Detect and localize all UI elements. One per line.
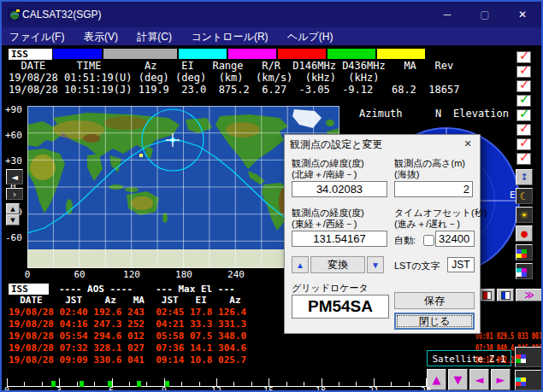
screen-a-button[interactable]: [515, 347, 542, 367]
menu-calc[interactable]: 計算(C): [129, 27, 180, 47]
grid-locator-label: グリッドロケータ: [292, 282, 369, 295]
three-hour-ticks: [7, 378, 427, 386]
tick-label-0: 0: [0, 386, 15, 392]
tick-label-3: 3: [50, 386, 68, 392]
pass-table-columns: DATE JST Az MA JST EI Az: [9, 295, 241, 306]
convert-down-button[interactable]: ▼: [367, 256, 384, 273]
convert-button[interactable]: 変換: [310, 256, 365, 273]
screen-b-icon: [516, 377, 541, 386]
tick-label-15: 15: [260, 386, 277, 392]
check-icon: ✓: [519, 149, 530, 165]
toggle-check-6[interactable]: ✓: [516, 124, 531, 136]
satellite-next-button[interactable]: ►: [491, 369, 511, 390]
lon-label-120: 120: [122, 269, 141, 280]
tick-label-9: 9: [156, 386, 173, 392]
height-field[interactable]: [394, 181, 473, 197]
menu-view[interactable]: 表示(V): [76, 27, 126, 47]
longitude-field[interactable]: [292, 231, 387, 247]
maximize-button[interactable]: ▢: [466, 2, 504, 27]
check-icon: ✓: [519, 62, 530, 78]
satellite-selector-box: Satellite Z-1: [427, 350, 511, 366]
legend-seg-gray: [103, 49, 177, 59]
dialog-title: 観測点の設定と変更: [290, 137, 383, 152]
swap-button[interactable]: ↕: [516, 169, 533, 185]
tick-label-24: 24: [417, 386, 434, 392]
pass-row-3: 19/08/28 05:54 294.6 012 05:58 07.5 348.…: [9, 331, 246, 342]
longitude-sublabel: (東経＋/西経－): [292, 218, 357, 231]
palette-button[interactable]: [516, 244, 533, 260]
lon-label-60: 60: [73, 269, 86, 280]
menu-control[interactable]: コントロール(R): [183, 27, 275, 47]
latitude-field[interactable]: [292, 181, 387, 197]
calsat-window: CALSAT32(SGP) ─ ▢ ✕ ファイル(F) 表示(V) 計算(C) …: [0, 0, 543, 392]
screen-b-button[interactable]: [515, 370, 542, 390]
tool-icon-2: [501, 291, 511, 300]
check-icon: ✓: [519, 91, 530, 107]
toggle-check-3[interactable]: ✓: [516, 80, 531, 92]
tick-label-18: 18: [312, 386, 329, 392]
satellite-prev-button[interactable]: ◄: [469, 369, 489, 390]
los-tail-1: 06:01 029.5 033 007: [475, 331, 542, 342]
screen-a-icon: [516, 354, 541, 363]
close-button[interactable]: ✕: [504, 2, 541, 27]
top-table-utc-row: 19/08/28 01:51:19(U) (deg) (deg) (km) (k…: [9, 72, 379, 84]
pass-table-satellite-box: ISS: [9, 284, 49, 295]
menu-file[interactable]: ファイル(F): [2, 27, 72, 47]
tick-label-6: 6: [103, 386, 120, 392]
toggle-check-4[interactable]: ✓: [516, 95, 531, 107]
pass-row-1: 19/08/28 02:40 192.6 243 02:45 17.8 126.…: [9, 307, 246, 318]
record-button[interactable]: ●: [516, 225, 533, 242]
grid-locator-field[interactable]: [292, 295, 389, 319]
time-offset-field[interactable]: [435, 231, 475, 247]
toggle-check-1[interactable]: ✓: [516, 51, 531, 63]
tick-label-21: 21: [365, 386, 382, 392]
day-mode-button[interactable]: ☀: [516, 207, 533, 223]
lat-label-p30: +30: [5, 155, 22, 167]
save-button[interactable]: 保存: [394, 292, 475, 309]
check-icon: ✓: [519, 135, 530, 150]
minimize-button[interactable]: ─: [428, 2, 466, 27]
legend-seg-blue: [53, 49, 102, 59]
tiles-button[interactable]: [516, 263, 533, 279]
spin-up-button[interactable]: ▲: [6, 203, 20, 214]
night-mode-button[interactable]: ☾: [516, 188, 533, 204]
toggle-check-5[interactable]: ✓: [516, 109, 531, 121]
lon-label-0: 0: [21, 269, 34, 280]
toggle-check-8[interactable]: ✓: [516, 153, 531, 165]
top-table-header: DATE TIME Az EI Range R/R D146MHz D436MH…: [9, 60, 453, 72]
dialog-close-button[interactable]: ✕: [456, 135, 480, 152]
tick-label-12: 12: [208, 386, 225, 392]
lon-label-240: 240: [227, 269, 245, 280]
pass-mark-2: [80, 381, 84, 387]
small-tool-button-2[interactable]: [497, 289, 514, 301]
azimuth-label: Azimuth: [359, 108, 403, 120]
pan-left-button[interactable]: ◄: [6, 169, 23, 184]
menu-help[interactable]: ヘルプ(H): [280, 27, 341, 47]
small-tool-button-1[interactable]: [478, 289, 495, 301]
satellite-name-box: ISS: [9, 49, 52, 60]
elevation-label: Elevation: [453, 108, 509, 120]
dialog-close-action-button[interactable]: 閉じる: [394, 313, 475, 330]
fast-forward-button[interactable]: ≫: [516, 289, 543, 301]
time-scale: 0 3 6 9 12 15 18 21 24: [7, 378, 427, 392]
lst-field[interactable]: [447, 257, 475, 272]
lon-label-180: 180: [174, 269, 193, 280]
palette-icon: [516, 249, 532, 258]
east-label: E: [510, 190, 516, 201]
toggle-check-7[interactable]: ✓: [516, 138, 531, 150]
legend-seg-cyan: [179, 49, 227, 59]
convert-up-button[interactable]: ▲: [292, 256, 309, 273]
pan-right-button[interactable]: ›: [6, 188, 23, 200]
observation-settings-dialog: 観測点の設定と変更 ✕ 観測点の緯度(度) (北緯＋/南緯－) 観測点の高さ(m…: [284, 134, 481, 334]
north-label: N: [435, 108, 441, 120]
spin-down-button[interactable]: ▼: [6, 214, 20, 225]
satellite-down-button[interactable]: ▼: [448, 369, 468, 390]
legend-seg-magenta: [228, 49, 276, 59]
tool-icon-1: [482, 291, 492, 300]
window-title: CALSAT32(SGP): [22, 9, 101, 20]
lst-label: LSTの文字: [394, 260, 440, 272]
toggle-check-2[interactable]: ✓: [516, 66, 531, 78]
pass-row-5: 19/08/28 09:09 330.6 041 09:14 10.8 025.…: [9, 354, 246, 366]
legend-seg-red: [278, 49, 326, 59]
auto-offset-checkbox[interactable]: [423, 235, 434, 246]
